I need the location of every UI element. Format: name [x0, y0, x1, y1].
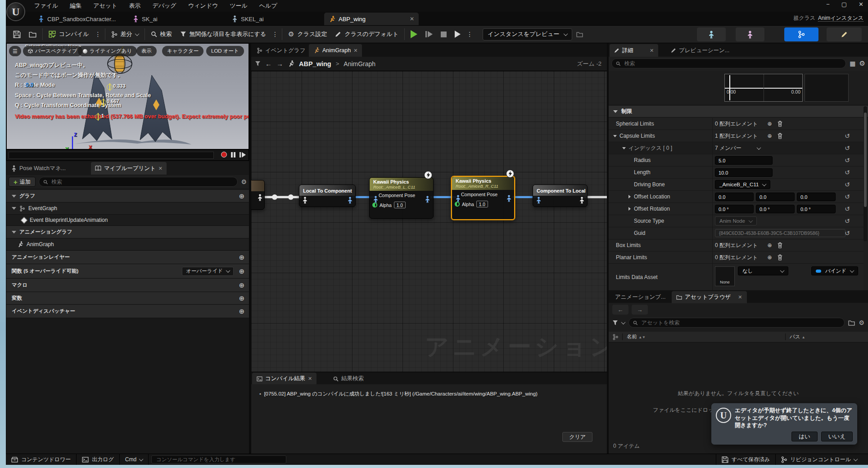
pose-pin-in[interactable] [302, 197, 308, 204]
tab-animgraph[interactable]: AnimGraph ✕ [309, 44, 362, 57]
play-button[interactable] [407, 25, 421, 43]
tab-close-icon[interactable]: ✕ [650, 48, 654, 54]
toast-yes-button[interactable]: はい [791, 432, 818, 441]
save-status-button[interactable]: すべて保存済み [716, 454, 775, 465]
viewport-lod-button[interactable]: LOD オート [206, 46, 244, 56]
column-name[interactable]: 名前 ▲▼ [622, 333, 646, 340]
compile-log-entry[interactable]: • [0755.02] ABP_wing のコンパイルに成功しました![163 … [259, 391, 538, 397]
preview-instance-select[interactable]: インスタンスをプレビュー [483, 28, 572, 40]
section-macros[interactable]: マクロ⊕ [6, 279, 249, 292]
close-button[interactable]: ✕ [859, 1, 863, 8]
my-blueprint-search-input[interactable] [50, 178, 233, 185]
preview-viewport[interactable]: Select Collision : None ☰ パースペクティブ ライティン… [6, 43, 249, 149]
section-graphs[interactable]: グラフ⊕ [6, 190, 249, 202]
menu-debug[interactable]: デバッグ [152, 2, 176, 10]
source-column-icon[interactable] [613, 334, 618, 340]
trash-icon[interactable] [777, 254, 783, 261]
tab-sk-ai[interactable]: SK_ai [128, 13, 162, 25]
menu-tools[interactable]: ツール [230, 2, 248, 10]
reset-icon[interactable]: ↺ [845, 144, 850, 152]
reset-icon[interactable]: ↺ [845, 132, 850, 140]
maximize-button[interactable]: ▢ [841, 1, 847, 8]
chevron-down-icon[interactable] [621, 320, 626, 324]
node-kawaii-physics-left[interactable]: Kawaii Physics Root:_AmiceB_L_C11 Compon… [369, 177, 434, 219]
override-dropdown[interactable]: オーバーライド [182, 267, 234, 276]
row-driving-bone[interactable]: Driving Bone_AmiceB_R_C11↺ [609, 179, 863, 191]
add-layer-icon[interactable]: ⊕ [239, 253, 244, 261]
section-variables[interactable]: 変数⊕ [6, 292, 249, 305]
section-functions[interactable]: 関数 (5 オーバーライド可能)オーバーライド⊕ [6, 264, 249, 279]
radius-input[interactable]: 5.0 [715, 156, 773, 165]
bind-dropdown[interactable]: バインド [811, 266, 858, 275]
section-animation-graphs[interactable]: アニメーショングラフ [6, 226, 249, 238]
tab-preview-scene[interactable]: プレビューシーン... [666, 44, 734, 57]
hide-unrelated-button[interactable]: 無関係な項目を非表示にする [176, 25, 271, 43]
frame-skip-button[interactable] [421, 25, 437, 43]
row-spherical-limits[interactable]: Spherical Limits0 配列エレメント⊕ [609, 118, 863, 130]
reset-icon[interactable]: ↺ [845, 217, 850, 225]
details-scrollbar[interactable] [863, 106, 867, 241]
viewport-show-button[interactable]: 表示 [136, 46, 157, 56]
breadcrumb-current[interactable]: AnimGraph [344, 60, 375, 68]
clear-button[interactable]: クリア [562, 432, 592, 442]
reset-icon[interactable]: ↺ [845, 169, 850, 176]
chevron-down-icon[interactable] [756, 145, 761, 150]
class-defaults-button[interactable]: クラスのデフォルト [331, 25, 402, 43]
limits-asset-select[interactable]: なし [738, 266, 788, 275]
timeline-track[interactable] [9, 152, 214, 159]
node-partial[interactable]: se [251, 180, 265, 210]
diff-button[interactable]: 差分 [107, 25, 143, 43]
breadcrumb-root[interactable]: ABP_wing [299, 60, 331, 68]
offset-rotation-x-input[interactable]: 0.0 ° [715, 205, 754, 213]
viewport-lit-button[interactable]: ライティングあり [78, 46, 137, 56]
asset-thumbnail[interactable]: None [715, 266, 735, 286]
folder-picker-icon[interactable] [848, 320, 855, 326]
tab-eventgraph[interactable]: イベントグラフ [252, 44, 310, 57]
restore-assets-toast[interactable]: U エディタが予期せず終了したときに、4個のアセットエディタが開いていました。も… [711, 403, 857, 445]
node-component-to-local[interactable]: Component To Local [533, 184, 588, 207]
tab-close-icon[interactable]: ✕ [308, 376, 312, 382]
parent-class-link[interactable]: Animインスタンス [818, 15, 863, 22]
row-capsule-limits[interactable]: Capsule Limits1 配列エレメント⊕↺ [609, 130, 863, 142]
row-source-type[interactable]: Source TypeAnim Node↺ [609, 215, 863, 227]
compile-button[interactable]: コンパイル [45, 25, 93, 43]
tab-close-icon[interactable]: ✕ [158, 166, 163, 171]
offset-location-y-input[interactable]: 0.0 [756, 193, 795, 201]
gear-icon[interactable]: ⚙ [859, 319, 864, 326]
length-input[interactable]: 10.0 [715, 168, 773, 177]
asset-search-input[interactable] [641, 319, 841, 326]
tab-find-results[interactable]: 結果検索 [329, 373, 368, 385]
tab-animation-blueprint[interactable]: アニメーションブ... [610, 291, 670, 303]
reset-icon[interactable]: ↺ [845, 181, 850, 188]
reset-icon[interactable]: ↺ [845, 205, 850, 212]
console-command-field[interactable] [151, 455, 286, 464]
row-guid[interactable]: Guid{849C6D3D-4538-E60B-39C5-C3B107DB958… [609, 227, 863, 239]
tab-asset-browser[interactable]: アセットブラウザ ✕ [672, 291, 747, 303]
menu-view[interactable]: 表示 [129, 2, 140, 10]
tab-abp-wing[interactable]: ABP_wing ✕ [324, 13, 419, 25]
details-search-input[interactable] [624, 60, 842, 67]
reset-icon[interactable]: ↺ [845, 157, 850, 164]
cmd-dropdown[interactable]: Cmd [120, 454, 149, 465]
filter-funnel-icon[interactable] [612, 320, 618, 326]
browse-asset-button[interactable] [25, 25, 41, 43]
offset-location-x-input[interactable]: 0.0 [715, 193, 754, 201]
pose-pin-out[interactable] [425, 196, 430, 203]
add-macro-icon[interactable]: ⊕ [239, 281, 244, 289]
row-limits-data-asset[interactable]: Limits Data Asset None なし バインド [609, 264, 863, 290]
viewport-character-button[interactable]: キャラクター [162, 46, 203, 56]
nav-forward-icon[interactable]: → [276, 60, 283, 68]
alpha-value-input[interactable]: 1.0 [394, 202, 406, 208]
toast-no-button[interactable]: いいえ [821, 432, 853, 441]
revision-control-button[interactable]: リビジョンコントロール [775, 454, 868, 465]
tab-compiler-results[interactable]: コンパイル結果 ✕ [252, 373, 316, 385]
row-box-limits[interactable]: Box Limits0 配列エレメント⊕ [609, 239, 863, 252]
column-path[interactable]: パス ▲ [785, 333, 805, 340]
section-limits[interactable]: 制限 [609, 106, 868, 117]
pose-pin-in[interactable] [373, 196, 379, 203]
trash-icon[interactable] [777, 242, 783, 248]
mesh-mode-button[interactable] [736, 27, 764, 41]
pose-pin-out[interactable] [579, 197, 585, 204]
node-kawaii-physics-right[interactable]: Kawaii Physics Root:_AmiceB_R_C11 Compon… [451, 176, 515, 220]
tab-details[interactable]: 詳細 ✕ [610, 44, 658, 57]
